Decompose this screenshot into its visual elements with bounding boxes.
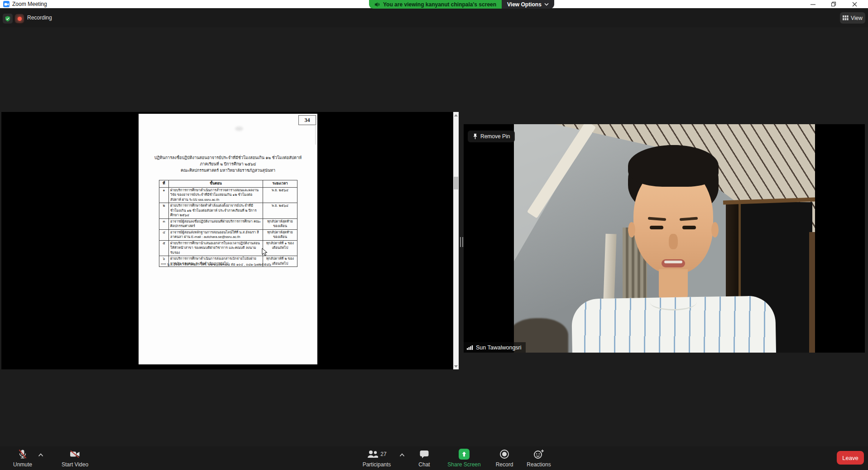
shared-screen-area: 34 ปฏิทินการลงชื่อปฏิบัติงานสอนอาจารย์ปร… (1, 112, 459, 369)
cell-no: ๑ (159, 187, 169, 203)
scroll-down-button[interactable] (453, 363, 459, 369)
participants-icon (367, 450, 379, 459)
table-row: ๔ อาจารย์ผู้สอนส่งหลักฐานการสอนออนไลน์ให… (159, 229, 297, 240)
cell-step: ฝ่ายบริการการศึกษาดำเนินการสำรวจตารางสอน… (169, 187, 263, 203)
participants-options-chevron[interactable] (399, 453, 405, 457)
person-nose (669, 234, 678, 249)
table-row: ๑ ฝ่ายบริการการศึกษาดำเนินการสำรวจตารางส… (159, 187, 297, 203)
chat-icon (419, 450, 429, 459)
cell-step: ฝ่ายบริการการศึกษานำเสนอเอกสารใบลงเวลาปฏ… (169, 240, 263, 256)
person-eye (650, 226, 663, 229)
cell-duration: ทุกสัปดาห์สุดท้ายของเดือน (263, 229, 297, 240)
panel-resize-handle[interactable] (460, 237, 463, 247)
header-no: ที่ (159, 180, 169, 188)
cell-duration: ทุกสัปดาห์ที่ ๑ ของเดือนถัดไป (263, 240, 297, 256)
record-icon (499, 449, 509, 459)
chevron-down-icon (544, 3, 549, 6)
record-button[interactable]: Record (489, 449, 520, 468)
shirt-collar (650, 294, 697, 310)
cell-step: อาจารย์ผู้สอนลงชื่อปฏิบัติงานสอนที่ฝ่ายบ… (169, 218, 263, 229)
recording-indicator (15, 14, 24, 23)
close-button[interactable] (848, 0, 861, 8)
table-row: ๕ ฝ่ายบริการการศึกษานำเสนอเอกสารใบลงเวลา… (159, 240, 297, 256)
scrollbar[interactable] (453, 112, 459, 369)
unmute-label: Unmute (13, 461, 32, 468)
person-mouth (662, 259, 685, 267)
table-header-row: ที่ ขั้นตอน ระยะเวลา (159, 180, 297, 188)
document-footnote: **** น.ส.อัจฉรา สีลาคนลา โทร. ๐๒-๑๖๐๑๓๘๘… (161, 262, 271, 267)
reactions-button[interactable]: Reactions (523, 449, 555, 468)
table-row: ๒ ฝ่ายบริการการศึกษาจัดทำคำสั่งแต่งตั้งอ… (159, 203, 297, 219)
window-title: Zoom Meeting (12, 0, 47, 8)
participants-button[interactable]: 27 Participants (358, 449, 395, 468)
procedure-table: ที่ ขั้นตอน ระยะเวลา ๑ ฝ่ายบริการการศึกษ… (159, 180, 297, 267)
start-video-label: Start Video (62, 461, 88, 468)
cell-duration: พ.ย. ๒๕๖๔ (263, 187, 297, 203)
security-shield-button[interactable] (3, 14, 13, 24)
screen-share-message-text: You are viewing kanyanut chinpala's scre… (383, 1, 496, 8)
speaker-icon (374, 2, 380, 7)
reactions-label: Reactions (527, 461, 551, 468)
recording-label: Recording (27, 8, 52, 27)
zoom-app-icon (3, 1, 10, 7)
restore-button[interactable] (827, 0, 840, 8)
connection-signal-icon (467, 345, 473, 350)
start-video-button[interactable]: Start Video (56, 449, 94, 468)
participant-name-label: Sun Tawalwongsri (464, 342, 526, 353)
chat-label: Chat (418, 461, 430, 468)
mic-muted-icon (18, 449, 28, 460)
page-number: 34 (305, 117, 310, 124)
scrollbar-thumb[interactable] (454, 177, 458, 189)
view-options-button[interactable]: View Options (502, 0, 554, 9)
cell-duration: พ.ย. ๒๕๖๔ (263, 203, 297, 219)
pinned-video-tile: Remove Pin Sun Tawalwongsri (464, 124, 865, 353)
reactions-icon (533, 449, 544, 459)
document-title-line: ภาคเรียนที่ ๒ ปีการศึกษา ๒๕๖๔ (139, 161, 317, 167)
share-screen-label: Share Screen (447, 461, 480, 468)
person-ear (628, 222, 635, 237)
scroll-up-icon (454, 114, 458, 116)
minimize-button[interactable] (806, 0, 820, 8)
unmute-button[interactable]: Unmute (8, 449, 37, 468)
share-screen-icon (459, 449, 470, 460)
share-screen-button[interactable]: Share Screen (441, 449, 487, 468)
cell-no: ๔ (159, 229, 169, 240)
recording-dot-icon (18, 17, 22, 21)
person-eye (682, 226, 696, 229)
cell-no: ๓ (159, 218, 169, 229)
page-number-box: 34 (298, 115, 316, 125)
header-step: ขั้นตอน (169, 180, 263, 188)
mouse-cursor (262, 248, 268, 256)
participant-video (514, 124, 815, 353)
document-title-line: คณะศิลปกรรมศาสตร์ มหาวิทยาลัยราชภัฏสวนสุ… (139, 167, 317, 174)
participants-count: 27 (380, 451, 386, 457)
cell-no: ๒ (159, 203, 169, 219)
participants-label: Participants (363, 461, 391, 468)
scroll-up-button[interactable] (453, 112, 459, 118)
record-label: Record (496, 461, 513, 468)
view-options-label: View Options (507, 1, 542, 8)
cell-step: ฝ่ายบริการการศึกษาจัดทำคำสั่งแต่งตั้งอาจ… (169, 203, 263, 219)
header-duration: ระยะเวลา (263, 180, 297, 188)
minimize-icon (810, 2, 815, 7)
table-row: ๓ อาจารย์ผู้สอนลงชื่อปฏิบัติงานสอนที่ฝ่า… (159, 218, 297, 229)
cell-duration: ทุกสัปดาห์สุดท้ายของเดือน (263, 218, 297, 229)
meeting-controls-toolbar: Unmute Start Video 27 Participants Chat (0, 446, 868, 470)
participant-name: Sun Tawalwongsri (476, 344, 522, 351)
cell-step: อาจารย์ผู้สอนส่งหลักฐานการสอนออนไลน์ให้ท… (169, 229, 263, 240)
close-icon (852, 2, 857, 7)
leave-button[interactable]: Leave (837, 451, 864, 465)
view-button[interactable]: View (840, 12, 865, 24)
restore-icon (831, 1, 836, 7)
audio-options-chevron[interactable] (38, 453, 43, 457)
document-title-line: ปฏิทินการลงชื่อปฏิบัติงานสอนอาจารย์ประจำ… (139, 155, 317, 161)
page-edge-line (315, 124, 316, 145)
camera-icon (4, 2, 9, 7)
document-title-block: ปฏิทินการลงชื่อปฏิบัติงานสอนอาจารย์ประจำ… (139, 155, 317, 174)
person-teeth (664, 261, 682, 263)
remove-pin-button[interactable]: Remove Pin (468, 131, 515, 142)
scroll-down-icon (454, 365, 458, 368)
chat-button[interactable]: Chat (411, 449, 438, 468)
document-page: 34 ปฏิทินการลงชื่อปฏิบัติงานสอนอาจารย์ปร… (139, 114, 317, 364)
view-button-label: View (851, 15, 863, 21)
